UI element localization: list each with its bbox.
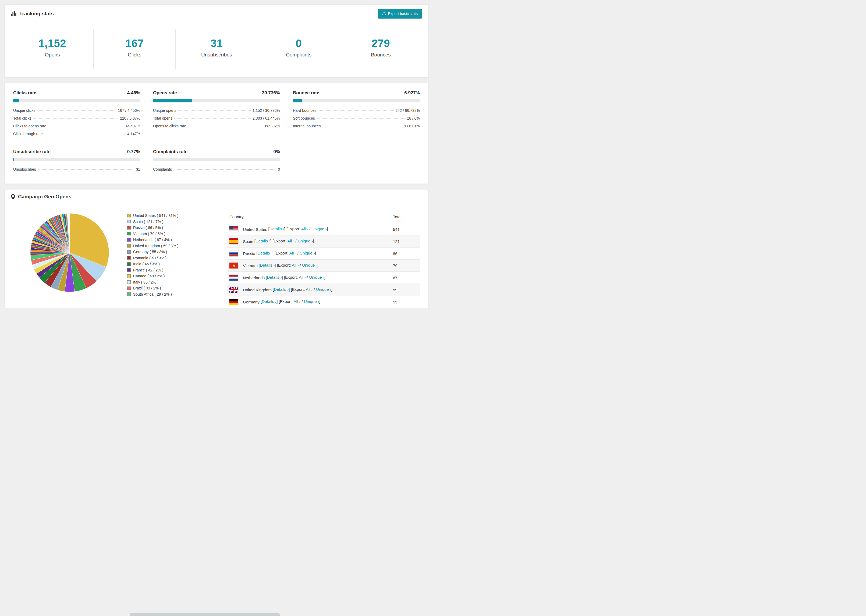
country-flag-icon (230, 238, 238, 244)
stat-value: 279 (340, 37, 422, 49)
details-link[interactable]: Details › (274, 287, 288, 292)
country-flag-icon (230, 250, 238, 256)
export-all-link[interactable]: All › (301, 226, 308, 231)
bracket-mid: ] [ (288, 287, 292, 292)
country-total: 55 (390, 296, 420, 308)
rate-value: 6.927% (404, 90, 420, 96)
rate-title: Clicks rate (13, 90, 36, 96)
bracket-close: ] (319, 299, 320, 304)
country-total: 541 (390, 223, 420, 236)
metric-row: Soft bounces 18 / 0% (293, 115, 420, 122)
legend-label: Italy ( 36 / 2% ) (133, 280, 158, 284)
link-separator: / (313, 287, 316, 292)
legend-item[interactable]: Brazil ( 33 / 2% ) (127, 286, 216, 290)
geo-pie-chart (29, 212, 110, 293)
bracket-close: ] (327, 226, 328, 231)
legend-item[interactable]: Russia ( 86 / 5% ) (127, 225, 216, 230)
bracket-mid: ] [ (282, 275, 285, 280)
legend-swatch (127, 256, 131, 259)
page: Tracking stats Export basic stats 1,152 … (0, 0, 433, 308)
dotted-leader (38, 169, 134, 170)
export-all-link[interactable]: All › (306, 287, 313, 292)
details-link[interactable]: Details › (255, 239, 270, 243)
legend-label: Romania ( 49 / 3% ) (133, 256, 167, 260)
details-link[interactable]: Details › (257, 251, 272, 255)
tracking-stats-body: 1,152 Opens 167 Clicks 31 Unsubscribes 0… (5, 23, 428, 77)
bracket-close: ] (324, 275, 326, 280)
legend-item[interactable]: Romania ( 49 / 3% ) (127, 256, 216, 260)
dotted-leader (48, 126, 123, 126)
rates-grid: Clicks rate 4.46% Unique clicks 167 / 4.… (13, 90, 420, 173)
rate-progress-bar (153, 158, 280, 161)
rate-value: 30.736% (262, 90, 280, 96)
export-unique-link[interactable]: Unique › (302, 263, 317, 267)
metric-value: 689.82% (265, 122, 280, 130)
legend-item[interactable]: Netherlands ( 67 / 4% ) (127, 237, 216, 242)
legend-item[interactable]: Vietnam ( 79 / 5% ) (127, 232, 216, 236)
stat-label: Unsubscribes (176, 52, 257, 58)
bracket-mid: ] [ (270, 239, 274, 243)
export-button-label: Export basic stats (388, 11, 418, 16)
legend-label: South Africa ( 29 / 2% ) (133, 292, 172, 297)
legend-item[interactable]: United Kingdom ( 59 / 3% ) (127, 244, 216, 248)
export-all-link[interactable]: All › (299, 275, 306, 280)
stat-label: Bounces (340, 52, 422, 58)
details-link[interactable]: Details › (262, 299, 277, 304)
geo-opens-title: Campaign Geo Opens (18, 194, 71, 200)
country-name: Russia (243, 251, 256, 256)
metric-value: 220 / 5.87% (120, 115, 140, 122)
page-title: Tracking stats (19, 11, 54, 17)
export-all-link[interactable]: All › (292, 263, 299, 267)
geo-opens-title-row: Campaign Geo Opens (11, 194, 71, 200)
rate-metrics: Unsubscribes 31 (13, 165, 140, 173)
country-name: United States (243, 227, 268, 232)
country-flag-icon (230, 275, 238, 281)
rate-title: Unsubscribe rate (13, 149, 50, 154)
export-static-label: Export: (276, 251, 288, 255)
legend-item[interactable]: United States ( 541 / 31% ) (127, 214, 216, 218)
legend-swatch (127, 250, 131, 254)
export-unique-link[interactable]: Unique › (316, 287, 331, 292)
country-name: United Kingdom (243, 288, 273, 292)
country-total: 121 (390, 236, 420, 248)
metric-value: 2,303 / 61.446% (252, 115, 280, 122)
export-all-link[interactable]: All › (294, 299, 301, 304)
legend-item[interactable]: India ( 46 / 3% ) (127, 262, 216, 266)
country-total: 59 (390, 284, 420, 296)
legend-item[interactable]: Spain ( 121 / 7% ) (127, 220, 216, 224)
legend-item[interactable]: Italy ( 36 / 2% ) (127, 280, 216, 284)
export-unique-link[interactable]: Unique › (309, 275, 324, 280)
legend-swatch (127, 292, 131, 296)
export-unique-link[interactable]: Unique › (304, 299, 319, 304)
export-unique-link[interactable]: Unique › (312, 226, 327, 231)
country-flag-icon (230, 287, 238, 293)
geo-table-wrap: Country Total United States [Details ›] … (227, 211, 420, 308)
rates-card: Clicks rate 4.46% Unique clicks 167 / 4.… (4, 83, 429, 184)
stat-label: Opens (11, 52, 93, 58)
rate-title: Opens rate (153, 90, 177, 96)
legend-item[interactable]: Canada ( 40 / 2% ) (127, 274, 216, 278)
details-link[interactable]: Details › (267, 275, 282, 280)
export-basic-stats-button[interactable]: Export basic stats (378, 9, 422, 19)
legend-item[interactable]: Germany ( 55 / 3% ) (127, 250, 216, 254)
export-all-link[interactable]: All › (287, 239, 294, 243)
metric-row: Total opens 2,303 / 61.446% (153, 115, 280, 122)
country-name: Spain (243, 239, 254, 244)
metric-label: Clicks to opens rate (13, 122, 46, 130)
country-name: Vietnam (243, 263, 259, 268)
metric-label: Complaints (153, 165, 172, 173)
legend-swatch (127, 286, 131, 290)
stat-value: 0 (258, 37, 340, 49)
metric-row: Click through rate 4.147% (13, 130, 140, 138)
export-unique-link[interactable]: Unique › (298, 239, 313, 243)
export-all-link[interactable]: All › (290, 251, 296, 255)
geo-table-header-total: Total (390, 211, 420, 223)
export-unique-link[interactable]: Unique › (299, 251, 315, 255)
details-link[interactable]: Details › (269, 226, 284, 231)
legend-item[interactable]: France ( 42 / 2% ) (127, 268, 216, 272)
table-row: Spain [Details ›] [Export: All › / Uniqu… (227, 236, 420, 248)
metric-label: Total clicks (13, 115, 31, 122)
export-icon (382, 12, 386, 16)
legend-item[interactable]: South Africa ( 29 / 2% ) (127, 292, 216, 297)
details-link[interactable]: Details › (260, 263, 275, 267)
